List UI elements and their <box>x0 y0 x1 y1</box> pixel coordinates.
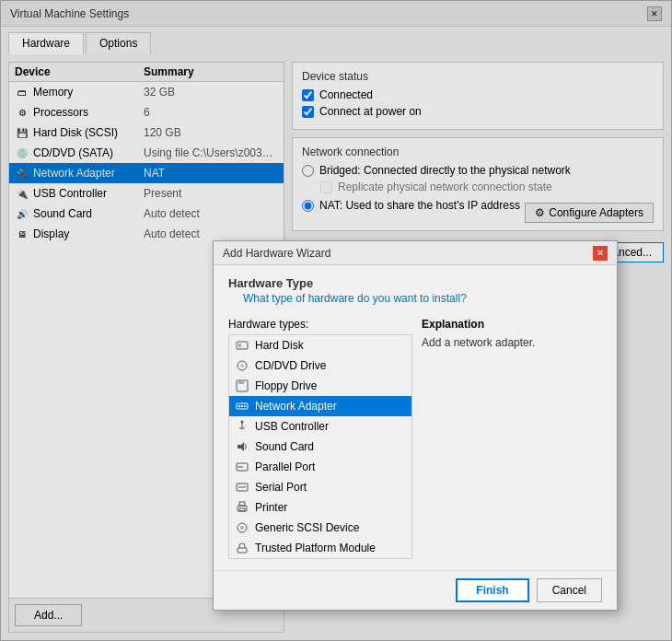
svg-point-3 <box>241 365 244 367</box>
hw-item-parallel-port[interactable]: Parallel Port <box>229 457 411 477</box>
hw-item-network-adapter-label: Network Adapter <box>255 400 337 413</box>
printer-hw-icon <box>235 500 249 515</box>
svg-marker-11 <box>238 442 244 451</box>
generic-scsi-hw-icon <box>235 520 249 535</box>
hw-item-hard-disk-label: Hard Disk <box>255 339 304 352</box>
cancel-button[interactable]: Cancel <box>537 578 602 602</box>
hard-disk-hw-icon <box>235 338 249 353</box>
hw-item-usb-controller[interactable]: USB Controller <box>229 416 411 437</box>
hw-item-sound-card-label: Sound Card <box>255 440 314 453</box>
svg-rect-23 <box>238 548 247 553</box>
hw-item-sound-card[interactable]: Sound Card <box>229 437 411 457</box>
svg-rect-8 <box>241 405 243 407</box>
hw-item-usb-controller-label: USB Controller <box>255 420 329 433</box>
dialog-title-text: Add Hardware Wizard <box>223 247 330 260</box>
serial-port-hw-icon <box>235 480 249 495</box>
hw-item-cd-dvd-label: CD/DVD Drive <box>255 359 326 372</box>
svg-rect-5 <box>238 380 244 384</box>
svg-point-22 <box>240 526 244 530</box>
svg-rect-9 <box>244 405 246 407</box>
hw-item-generic-scsi-label: Generic SCSI Device <box>255 521 359 534</box>
hw-item-network-adapter[interactable]: Network Adapter <box>229 396 411 416</box>
hw-types-list: Hard Disk CD/DVD Drive F <box>228 334 412 559</box>
svg-rect-7 <box>238 405 240 407</box>
add-hardware-wizard-dialog: Add Hardware Wizard ✕ Hardware Type What… <box>213 240 618 611</box>
usb-controller-hw-icon <box>235 419 249 434</box>
dialog-header-subtitle: What type of hardware do you want to ins… <box>243 292 602 305</box>
tpm-hw-icon <box>235 541 249 555</box>
hw-item-generic-scsi[interactable]: Generic SCSI Device <box>229 518 411 538</box>
parallel-port-hw-icon <box>235 460 249 474</box>
hw-types-container: Hardware types: Hard Disk <box>228 318 412 559</box>
hw-item-floppy-label: Floppy Drive <box>255 379 317 392</box>
explanation-text: Add a network adapter. <box>422 336 602 349</box>
hw-item-parallel-port-label: Parallel Port <box>255 460 315 473</box>
svg-point-10 <box>241 421 244 424</box>
dialog-title-bar: Add Hardware Wizard ✕ <box>214 241 617 265</box>
hw-item-tpm-label: Trusted Platform Module <box>255 542 376 554</box>
explanation-label: Explanation <box>422 318 602 331</box>
dialog-close-button[interactable]: ✕ <box>593 246 608 261</box>
dialog-header-title: Hardware Type <box>228 276 602 290</box>
hw-item-floppy[interactable]: Floppy Drive <box>229 376 411 396</box>
dialog-footer: Finish Cancel <box>214 570 617 610</box>
sound-card-hw-icon <box>235 439 249 454</box>
hw-item-serial-port[interactable]: Serial Port <box>229 477 411 497</box>
hw-item-cd-dvd[interactable]: CD/DVD Drive <box>229 355 411 376</box>
svg-rect-20 <box>239 508 245 511</box>
hw-item-tpm[interactable]: Trusted Platform Module <box>229 538 411 558</box>
hw-types-label: Hardware types: <box>228 318 412 331</box>
svg-rect-0 <box>237 342 248 349</box>
finish-button[interactable]: Finish <box>456 578 528 602</box>
dialog-body: Hardware Type What type of hardware do y… <box>214 265 617 570</box>
dialog-header: Hardware Type What type of hardware do y… <box>228 276 602 305</box>
svg-rect-19 <box>239 502 245 506</box>
floppy-hw-icon <box>235 379 249 393</box>
hw-item-serial-port-label: Serial Port <box>255 481 307 494</box>
hw-item-hard-disk[interactable]: Hard Disk <box>229 335 411 355</box>
hw-item-printer[interactable]: Printer <box>229 497 411 518</box>
hw-item-printer-label: Printer <box>255 501 287 514</box>
cd-dvd-hw-icon <box>235 358 249 373</box>
dialog-main-area: Hardware types: Hard Disk <box>228 318 602 559</box>
svg-rect-1 <box>238 344 241 347</box>
explanation-panel: Explanation Add a network adapter. <box>422 318 602 559</box>
network-adapter-hw-icon <box>235 399 249 414</box>
